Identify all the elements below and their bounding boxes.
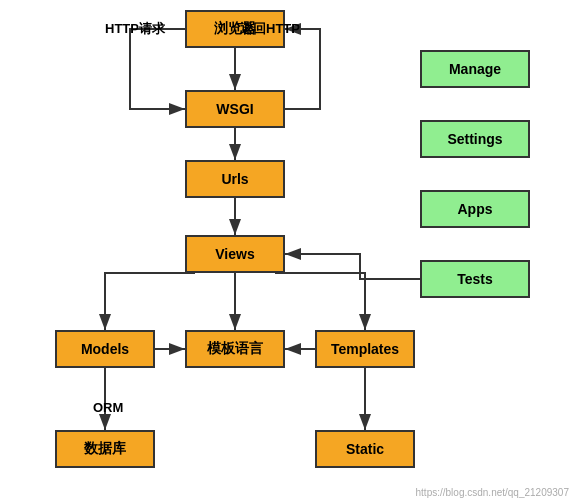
- wsgi-box: WSGI: [185, 90, 285, 128]
- views-box: Views: [185, 235, 285, 273]
- watermark: https://blog.csdn.net/qq_21209307: [416, 487, 569, 498]
- diagram-container: 浏览器 WSGI Urls Views Models 模板语言 Template…: [0, 0, 573, 500]
- orm-label: ORM: [93, 400, 123, 415]
- template-lang-box: 模板语言: [185, 330, 285, 368]
- urls-box: Urls: [185, 160, 285, 198]
- http-request-label: HTTP请求: [105, 20, 165, 38]
- manage-box[interactable]: Manage: [420, 50, 530, 88]
- apps-box[interactable]: Apps: [420, 190, 530, 228]
- models-box: Models: [55, 330, 155, 368]
- return-http-label: 返回HTTP: [240, 20, 300, 38]
- templates-box: Templates: [315, 330, 415, 368]
- static-box: Static: [315, 430, 415, 468]
- database-box: 数据库: [55, 430, 155, 468]
- settings-box[interactable]: Settings: [420, 120, 530, 158]
- tests-box[interactable]: Tests: [420, 260, 530, 298]
